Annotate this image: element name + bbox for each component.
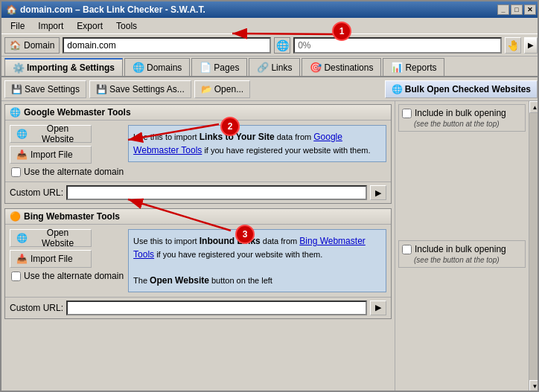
google-section: 🌐 Google Webmaster Tools 🌐 Open Website … <box>4 104 392 204</box>
importing-icon: ⚙️ <box>13 62 25 74</box>
save-as-icon: 💾 <box>96 84 107 94</box>
bing-alt-domain-checkbox[interactable] <box>11 271 21 281</box>
app-icon: 🏠 <box>6 4 17 15</box>
save-icon: 💾 <box>11 84 22 94</box>
stop-button[interactable]: 🤚 <box>505 37 521 54</box>
progress-text: 0% <box>298 40 310 51</box>
scroll-up-button[interactable]: ▲ <box>529 101 540 113</box>
google-alt-domain-row: Use the alternate domain <box>10 167 124 177</box>
google-custom-url-input[interactable] <box>66 185 367 200</box>
minimize-button[interactable]: _ <box>497 4 509 15</box>
bing-import-file-button[interactable]: 📥 Import File <box>10 250 92 268</box>
bing-include-checkbox[interactable] <box>402 245 412 254</box>
google-section-body: 🌐 Open Website 📥 Import File Use the alt… <box>5 121 391 181</box>
menu-export[interactable]: Export <box>71 19 109 33</box>
bing-custom-url-go[interactable]: ▶ <box>370 301 386 315</box>
bing-include-row: Include in bulk opening <box>402 244 522 254</box>
window-title: domain.com – Back Link Checker - S.W.A.T… <box>20 4 205 15</box>
google-include-section: Include in bulk opening (see the button … <box>398 104 526 132</box>
save-settings-as-button[interactable]: 💾 Save Settings As... <box>89 80 191 98</box>
scroll-down-button[interactable]: ▼ <box>529 380 540 392</box>
domains-icon: 🌐 <box>133 62 144 73</box>
reports-icon: 📊 <box>391 62 403 73</box>
progress-bar: 0% <box>293 37 502 54</box>
go-button[interactable]: 🌐 <box>274 37 290 54</box>
google-buttons: 🌐 Open Website 📥 Import File Use the alt… <box>10 125 124 177</box>
bing-section-header: 🟠 Bing Webmaster Tools <box>5 209 391 225</box>
bulk-open-button[interactable]: 🌐 Bulk Open Checked Websites <box>385 80 538 98</box>
destinations-icon: 🎯 <box>310 62 322 73</box>
bing-globe-icon: 🌐 <box>16 233 28 243</box>
title-bar: 🏠 domain.com – Back Link Checker - S.W.A… <box>1 1 539 18</box>
nav-arrow[interactable]: ▶ <box>524 37 538 54</box>
domain-input[interactable] <box>63 37 271 54</box>
right-panel: Include in bulk opening (see the button … <box>395 101 529 392</box>
google-import-file-button[interactable]: 📥 Import File <box>10 146 92 164</box>
menu-bar: File Import Export Tools <box>1 18 539 34</box>
bing-custom-url-row: Custom URL: ▶ <box>5 297 391 318</box>
google-include-row: Include in bulk opening <box>402 108 522 118</box>
menu-tools[interactable]: Tools <box>110 19 143 33</box>
tab-reports[interactable]: 📊 Reports <box>383 58 444 76</box>
bing-include-section: Include in bulk opening (see the button … <box>398 240 526 268</box>
tab-destinations[interactable]: 🎯 Destinations <box>302 58 381 76</box>
google-section-header: 🌐 Google Webmaster Tools <box>5 105 391 121</box>
pages-icon: 📄 <box>200 62 211 73</box>
bing-section-body: 🌐 Open Website 📥 Import File Use the alt… <box>5 225 391 297</box>
toolbar: 💾 Save Settings 💾 Save Settings As... 📂 … <box>1 77 539 101</box>
domain-label: 🏠 Domain <box>4 37 60 54</box>
main-scrollbar[interactable]: ▲ ▼ <box>529 101 539 392</box>
menu-import[interactable]: Import <box>32 19 69 33</box>
google-info-box: Use this to import Links to Your Site da… <box>128 125 386 162</box>
open-button[interactable]: 📂 Open... <box>194 80 250 98</box>
google-alt-domain-checkbox[interactable] <box>11 167 21 177</box>
google-icon: 🌐 <box>10 107 21 118</box>
tab-pages[interactable]: 📄 Pages <box>191 58 247 76</box>
google-include-checkbox[interactable] <box>402 109 412 118</box>
google-row: 🌐 Open Website 📥 Import File Use the alt… <box>10 125 386 177</box>
bing-open-website-button[interactable]: 🌐 Open Website <box>10 229 92 247</box>
google-custom-url-row: Custom URL: ▶ <box>5 181 391 203</box>
google-import-icon: 📥 <box>16 150 28 160</box>
left-panel: 🌐 Google Webmaster Tools 🌐 Open Website … <box>1 101 395 392</box>
tab-importing[interactable]: ⚙️ Importing & Settings <box>4 58 123 76</box>
tab-links[interactable]: 🔗 Links <box>249 58 300 76</box>
close-button[interactable]: ✕ <box>524 4 536 15</box>
scroll-track[interactable] <box>529 113 540 380</box>
bing-include-note: (see the button at the top) <box>402 256 522 264</box>
google-custom-url-go[interactable]: ▶ <box>370 185 386 200</box>
bing-alt-domain-row: Use the alternate domain <box>10 271 124 281</box>
maximize-button[interactable]: □ <box>511 4 523 15</box>
google-include-note: (see the button at the top) <box>402 120 522 128</box>
bulk-open-icon: 🌐 <box>392 84 403 94</box>
bing-section: 🟠 Bing Webmaster Tools 🌐 Open Website 📥 <box>4 208 392 319</box>
bing-import-icon: 📥 <box>16 254 28 264</box>
save-settings-button[interactable]: 💾 Save Settings <box>4 80 86 98</box>
google-globe-icon: 🌐 <box>16 129 28 139</box>
tab-domains[interactable]: 🌐 Domains <box>124 58 190 76</box>
address-bar: 🏠 Domain 🌐 0% 🤚 ▶ <box>1 34 539 57</box>
bing-icon: 🟠 <box>10 211 21 222</box>
bing-custom-url-input[interactable] <box>66 301 367 315</box>
links-icon: 🔗 <box>257 62 269 73</box>
bing-buttons: 🌐 Open Website 📥 Import File Use the alt… <box>10 229 124 281</box>
menu-file[interactable]: File <box>4 19 31 33</box>
main-content: 🌐 Google Webmaster Tools 🌐 Open Website … <box>1 101 539 392</box>
open-icon: 📂 <box>201 84 212 94</box>
tabs-bar: ⚙️ Importing & Settings 🌐 Domains 📄 Page… <box>1 57 539 77</box>
bing-row: 🌐 Open Website 📥 Import File Use the alt… <box>10 229 386 292</box>
bing-info-box: Use this to import Inbound Links data fr… <box>128 229 386 292</box>
google-open-website-button[interactable]: 🌐 Open Website <box>10 125 92 143</box>
home-icon: 🏠 <box>10 40 21 51</box>
